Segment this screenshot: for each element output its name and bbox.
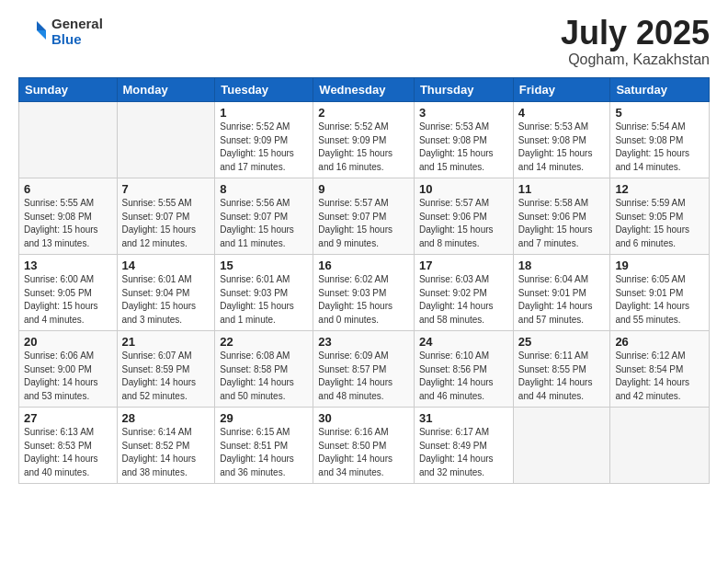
day-info: Sunrise: 6:00 AM Sunset: 9:05 PM Dayligh… [24, 273, 112, 327]
calendar-day-cell: 6Sunrise: 5:55 AM Sunset: 9:08 PM Daylig… [19, 178, 118, 255]
day-info: Sunrise: 6:03 AM Sunset: 9:02 PM Dayligh… [419, 273, 508, 327]
calendar-week-row: 1Sunrise: 5:52 AM Sunset: 9:09 PM Daylig… [19, 102, 710, 178]
calendar-day-cell: 26Sunrise: 6:12 AM Sunset: 8:54 PM Dayli… [610, 331, 710, 408]
day-info: Sunrise: 6:16 AM Sunset: 8:50 PM Dayligh… [318, 426, 409, 479]
day-info: Sunrise: 6:15 AM Sunset: 8:51 PM Dayligh… [220, 426, 308, 479]
calendar-day-cell: 27Sunrise: 6:13 AM Sunset: 8:53 PM Dayli… [19, 408, 118, 484]
day-info: Sunrise: 6:12 AM Sunset: 8:54 PM Dayligh… [615, 350, 704, 403]
day-number: 19 [615, 259, 704, 272]
day-number: 9 [318, 182, 409, 196]
col-saturday: Saturday [610, 78, 710, 102]
calendar-day-cell [19, 102, 118, 178]
day-info: Sunrise: 6:01 AM Sunset: 9:04 PM Dayligh… [122, 273, 210, 327]
location-label: Qogham, Kazakhstan [561, 52, 710, 68]
svg-marker-0 [37, 21, 46, 30]
calendar-day-cell: 14Sunrise: 6:01 AM Sunset: 9:04 PM Dayli… [117, 255, 215, 331]
day-number: 15 [220, 259, 308, 272]
col-tuesday: Tuesday [215, 78, 313, 102]
day-number: 8 [220, 182, 308, 196]
day-info: Sunrise: 6:10 AM Sunset: 8:56 PM Dayligh… [419, 350, 508, 403]
day-number: 18 [518, 259, 606, 272]
day-number: 28 [122, 411, 210, 425]
day-info: Sunrise: 6:01 AM Sunset: 9:03 PM Dayligh… [220, 273, 308, 327]
calendar-day-cell: 17Sunrise: 6:03 AM Sunset: 9:02 PM Dayli… [414, 255, 513, 331]
calendar-day-cell: 20Sunrise: 6:06 AM Sunset: 9:00 PM Dayli… [19, 331, 118, 408]
day-info: Sunrise: 6:11 AM Sunset: 8:55 PM Dayligh… [518, 350, 606, 403]
logo: General Blue [18, 17, 103, 47]
calendar-day-cell: 13Sunrise: 6:00 AM Sunset: 9:05 PM Dayli… [19, 255, 118, 331]
col-thursday: Thursday [414, 78, 513, 102]
calendar-day-cell: 9Sunrise: 5:57 AM Sunset: 9:07 PM Daylig… [313, 178, 415, 255]
col-sunday: Sunday [19, 78, 118, 102]
logo-text: General Blue [51, 17, 103, 47]
calendar-day-cell: 24Sunrise: 6:10 AM Sunset: 8:56 PM Dayli… [414, 331, 513, 408]
day-number: 3 [419, 106, 508, 120]
day-number: 13 [24, 259, 112, 272]
calendar-day-cell: 4Sunrise: 5:53 AM Sunset: 9:08 PM Daylig… [513, 102, 610, 178]
calendar-day-cell [610, 408, 710, 484]
day-number: 2 [318, 106, 409, 120]
day-info: Sunrise: 6:06 AM Sunset: 9:00 PM Dayligh… [24, 350, 112, 403]
day-info: Sunrise: 6:04 AM Sunset: 9:01 PM Dayligh… [518, 273, 606, 327]
calendar-day-cell [513, 408, 610, 484]
logo-blue-label: Blue [51, 32, 103, 48]
day-info: Sunrise: 6:05 AM Sunset: 9:01 PM Dayligh… [615, 273, 704, 327]
day-number: 16 [318, 259, 409, 272]
day-info: Sunrise: 5:58 AM Sunset: 9:06 PM Dayligh… [518, 197, 606, 250]
day-number: 11 [518, 182, 606, 196]
day-number: 4 [518, 106, 606, 120]
day-info: Sunrise: 6:08 AM Sunset: 8:58 PM Dayligh… [220, 350, 308, 403]
calendar-day-cell: 10Sunrise: 5:57 AM Sunset: 9:06 PM Dayli… [414, 178, 513, 255]
day-info: Sunrise: 5:53 AM Sunset: 9:08 PM Dayligh… [419, 121, 508, 174]
day-info: Sunrise: 5:57 AM Sunset: 9:06 PM Dayligh… [419, 197, 508, 250]
day-number: 26 [615, 335, 704, 349]
calendar-day-cell [117, 102, 215, 178]
day-number: 7 [122, 182, 210, 196]
day-number: 23 [318, 335, 409, 349]
day-info: Sunrise: 5:53 AM Sunset: 9:08 PM Dayligh… [518, 121, 606, 174]
col-wednesday: Wednesday [313, 78, 415, 102]
calendar-day-cell: 25Sunrise: 6:11 AM Sunset: 8:55 PM Dayli… [513, 331, 610, 408]
calendar-day-cell: 1Sunrise: 5:52 AM Sunset: 9:09 PM Daylig… [215, 102, 313, 178]
calendar-day-cell: 7Sunrise: 5:55 AM Sunset: 9:07 PM Daylig… [117, 178, 215, 255]
day-number: 25 [518, 335, 606, 349]
day-number: 6 [24, 182, 112, 196]
day-info: Sunrise: 5:55 AM Sunset: 9:07 PM Dayligh… [122, 197, 210, 250]
calendar-day-cell: 22Sunrise: 6:08 AM Sunset: 8:58 PM Dayli… [215, 331, 313, 408]
calendar-day-cell: 29Sunrise: 6:15 AM Sunset: 8:51 PM Dayli… [215, 408, 313, 484]
day-number: 29 [220, 411, 308, 425]
calendar-day-cell: 11Sunrise: 5:58 AM Sunset: 9:06 PM Dayli… [513, 178, 610, 255]
calendar-day-cell: 8Sunrise: 5:56 AM Sunset: 9:07 PM Daylig… [215, 178, 313, 255]
day-info: Sunrise: 5:52 AM Sunset: 9:09 PM Dayligh… [220, 121, 308, 174]
day-number: 14 [122, 259, 210, 272]
day-info: Sunrise: 5:55 AM Sunset: 9:08 PM Dayligh… [24, 197, 112, 250]
day-number: 17 [419, 259, 508, 272]
day-number: 1 [220, 106, 308, 120]
calendar-day-cell: 19Sunrise: 6:05 AM Sunset: 9:01 PM Dayli… [610, 255, 710, 331]
day-number: 20 [24, 335, 112, 349]
calendar-day-cell: 30Sunrise: 6:16 AM Sunset: 8:50 PM Dayli… [313, 408, 415, 484]
day-info: Sunrise: 6:02 AM Sunset: 9:03 PM Dayligh… [318, 273, 409, 327]
calendar-week-row: 27Sunrise: 6:13 AM Sunset: 8:53 PM Dayli… [19, 408, 710, 484]
calendar-header-row: Sunday Monday Tuesday Wednesday Thursday… [19, 78, 710, 102]
day-number: 27 [24, 411, 112, 425]
svg-marker-1 [37, 30, 46, 40]
day-info: Sunrise: 6:07 AM Sunset: 8:59 PM Dayligh… [122, 350, 210, 403]
day-info: Sunrise: 6:13 AM Sunset: 8:53 PM Dayligh… [24, 426, 112, 479]
logo-icon [18, 17, 48, 47]
day-number: 10 [419, 182, 508, 196]
header: General Blue July 2025 Qogham, Kazakhsta… [18, 17, 710, 68]
calendar-day-cell: 23Sunrise: 6:09 AM Sunset: 8:57 PM Dayli… [313, 331, 415, 408]
day-number: 30 [318, 411, 409, 425]
day-info: Sunrise: 6:09 AM Sunset: 8:57 PM Dayligh… [318, 350, 409, 403]
day-info: Sunrise: 5:56 AM Sunset: 9:07 PM Dayligh… [220, 197, 308, 250]
day-number: 21 [122, 335, 210, 349]
col-monday: Monday [117, 78, 215, 102]
calendar-week-row: 13Sunrise: 6:00 AM Sunset: 9:05 PM Dayli… [19, 255, 710, 331]
calendar-day-cell: 2Sunrise: 5:52 AM Sunset: 9:09 PM Daylig… [313, 102, 415, 178]
calendar-day-cell: 18Sunrise: 6:04 AM Sunset: 9:01 PM Dayli… [513, 255, 610, 331]
page: General Blue July 2025 Qogham, Kazakhsta… [0, 0, 728, 563]
calendar-week-row: 6Sunrise: 5:55 AM Sunset: 9:08 PM Daylig… [19, 178, 710, 255]
day-number: 22 [220, 335, 308, 349]
col-friday: Friday [513, 78, 610, 102]
